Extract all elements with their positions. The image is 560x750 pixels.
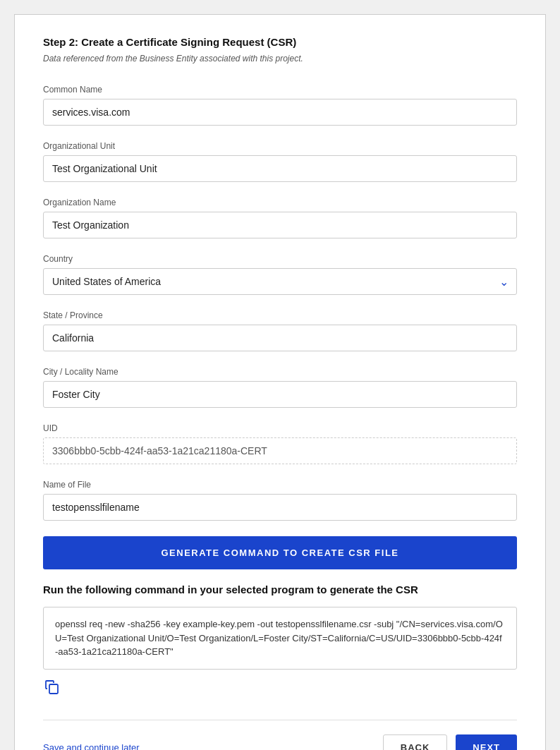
common-name-label: Common Name [43, 85, 517, 95]
country-group: Country United States of America ⌄ [43, 254, 517, 295]
file-name-group: Name of File [43, 480, 517, 521]
step-title: Step 2: Create a Certificate Signing Req… [43, 36, 517, 48]
footer-buttons: BACK NEXT [383, 734, 517, 751]
uid-label: UID [43, 423, 517, 433]
state-input[interactable] [43, 325, 517, 351]
file-name-input[interactable] [43, 494, 517, 521]
city-input[interactable] [43, 381, 517, 408]
city-group: City / Locality Name [43, 367, 517, 408]
step-subtitle: Data referenced from the Business Entity… [43, 54, 517, 63]
country-label: Country [43, 254, 517, 264]
org-unit-input[interactable] [43, 155, 517, 182]
city-label: City / Locality Name [43, 367, 517, 377]
page-container: Step 2: Create a Certificate Signing Req… [14, 14, 546, 750]
state-label: State / Province [43, 310, 517, 320]
save-later-link[interactable]: Save and continue later [43, 742, 140, 751]
country-select-wrapper: United States of America ⌄ [43, 268, 517, 295]
command-output-box: openssl req -new -sha256 -key example-ke… [43, 607, 517, 670]
country-select[interactable]: United States of America [43, 268, 517, 295]
footer-row: Save and continue later BACK NEXT [43, 720, 517, 751]
org-unit-group: Organizational Unit [43, 141, 517, 182]
file-name-label: Name of File [43, 480, 517, 490]
run-command-label: Run the following command in your select… [43, 583, 517, 595]
copy-icon-wrapper [43, 678, 517, 698]
org-name-input[interactable] [43, 212, 517, 238]
state-group: State / Province [43, 310, 517, 351]
uid-group: UID [43, 423, 517, 464]
common-name-group: Common Name [43, 85, 517, 126]
next-button[interactable]: NEXT [456, 734, 517, 751]
svg-rect-0 [49, 684, 58, 694]
copy-icon[interactable] [43, 678, 60, 698]
uid-input[interactable] [43, 437, 517, 464]
back-button[interactable]: BACK [383, 734, 448, 751]
generate-csr-button[interactable]: GENERATE COMMAND TO CREATE CSR FILE [43, 536, 517, 569]
common-name-input[interactable] [43, 99, 517, 126]
org-unit-label: Organizational Unit [43, 141, 517, 151]
org-name-group: Organization Name [43, 198, 517, 238]
org-name-label: Organization Name [43, 198, 517, 207]
